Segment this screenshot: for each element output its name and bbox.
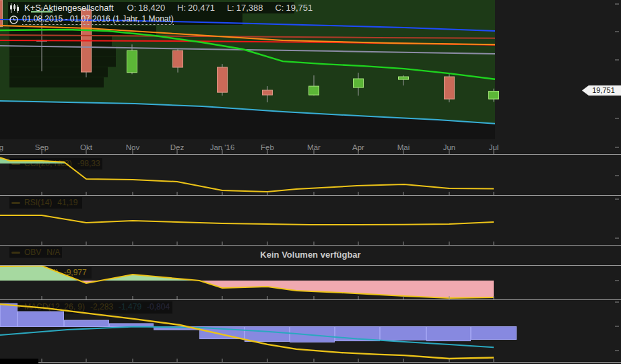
x-axis-label-nov: Nov	[126, 143, 139, 151]
x-axis-label-jul: Jul	[489, 143, 499, 151]
x-axis-label-mr: Mär	[307, 143, 321, 151]
macd-histogram-bar	[471, 327, 517, 340]
candle-body-up	[489, 92, 499, 100]
candle-body-up	[127, 50, 137, 73]
trading-chart-window: K+S Aktiengesellschaft O:18,420 H:20,471…	[0, 0, 621, 364]
macd-histogram-bar	[65, 320, 109, 327]
candle-body-down	[263, 90, 273, 95]
x-axis-label-jun: Jun	[443, 143, 456, 151]
clock-icon	[9, 15, 18, 24]
date-range[interactable]: 01.08.2015 - 01.07.2016 (1 Jahr, 1 Monat…	[22, 14, 174, 25]
macd-histogram-bar	[18, 312, 64, 326]
instrument-title[interactable]: K+S Aktiengesellschaft	[24, 3, 114, 13]
x-axis-label-aug: Aug	[0, 143, 3, 151]
candle-body-up	[354, 79, 364, 87]
rsi-line	[0, 215, 494, 225]
ohlc-high: H:20,471	[177, 3, 215, 13]
macd-histogram-bar	[245, 327, 290, 342]
ohlc-close: C:19,751	[275, 3, 313, 13]
macd-histogram-bar	[381, 327, 426, 340]
ohlc-low: L:17,388	[227, 3, 263, 13]
x-axis-label-sep: Sep	[35, 143, 48, 151]
x-axis-label-mai: Mai	[397, 143, 410, 151]
x-axis-label-apr: Apr	[352, 143, 364, 151]
candle-body-down	[0, 0, 3, 27]
candle-body-down	[445, 77, 455, 99]
x-axis-label-dez: Dez	[170, 143, 184, 151]
macd-panel	[0, 303, 517, 359]
x-axis-label-feb: Feb	[261, 143, 274, 151]
ohlc-open: O:18,420	[127, 3, 166, 13]
last-price-tag: 19,751	[582, 85, 621, 96]
bottom-left-corner	[0, 359, 38, 364]
chart-header: K+S Aktiengesellschaft O:18,420 H:20,471…	[9, 2, 321, 13]
candle-body-up	[399, 77, 409, 79]
date-range-row: 01.08.2015 - 01.07.2016 (1 Jahr, 1 Monat…	[9, 14, 174, 25]
candle-body-up	[309, 86, 319, 95]
macd-histogram-bar	[1, 303, 18, 326]
x-axis-label-okt: Okt	[80, 143, 92, 151]
no-volume-message: Kein Volumen verfügbar	[125, 250, 496, 260]
candle-body-down	[173, 50, 183, 67]
rsi-panel	[0, 215, 494, 225]
x-axis-label-jan16: Jan '16	[210, 143, 235, 151]
chart-canvas[interactable]	[0, 0, 621, 364]
candlestick-chart-icon	[9, 3, 20, 13]
macd-histogram-bar	[427, 327, 471, 341]
candle-body-down	[218, 67, 228, 92]
